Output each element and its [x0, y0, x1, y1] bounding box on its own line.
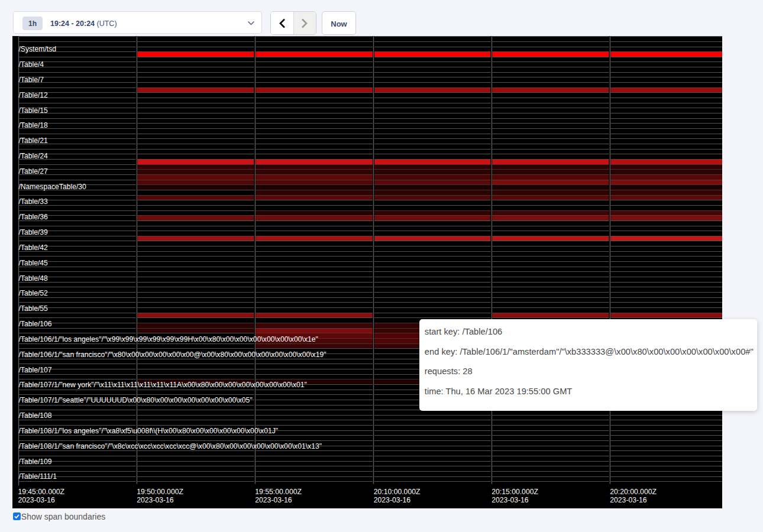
svg-text:/Table/107: /Table/107	[18, 365, 51, 374]
svg-text:2023-03-16: 2023-03-16	[255, 495, 292, 504]
svg-text:19:55:00.000Z: 19:55:00.000Z	[255, 487, 302, 495]
svg-text:/Table/12: /Table/12	[18, 90, 48, 99]
svg-text:/Table/111/1: /Table/111/1	[18, 472, 57, 481]
svg-text:/Table/106: /Table/106	[18, 320, 51, 328]
svg-text:/Table/42: /Table/42	[18, 244, 48, 252]
svg-text:/Table/39: /Table/39	[18, 228, 48, 236]
svg-text:20:10:00.000Z: 20:10:00.000Z	[374, 487, 421, 495]
svg-text:/Table/18: /Table/18	[18, 121, 48, 129]
svg-text:/Table/52: /Table/52	[18, 289, 48, 297]
svg-text:/Table/36: /Table/36	[18, 213, 48, 221]
svg-text:/Table/7: /Table/7	[18, 76, 44, 84]
svg-text:/Table/45: /Table/45	[18, 259, 48, 267]
svg-text:/Table/33: /Table/33	[18, 197, 48, 206]
svg-text:/Table/106/1/"san francisco"/": /Table/106/1/"san francisco"/"\x80\x00\x…	[18, 351, 326, 359]
svg-text:/System/tsd: /System/tsd	[18, 45, 56, 53]
svg-text:/Table/107/1/"new york"/"\x11\: /Table/107/1/"new york"/"\x11\x11\x11\x1…	[18, 381, 306, 389]
svg-text:/Table/55: /Table/55	[18, 304, 48, 313]
svg-text:/Table/108: /Table/108	[18, 411, 51, 420]
svg-text:/Table/21: /Table/21	[18, 137, 48, 145]
svg-text:20:15:00.000Z: 20:15:00.000Z	[492, 487, 538, 495]
svg-text:/Table/107/1/"seattle"/"UUUUUU: /Table/107/1/"seattle"/"UUUUUUD\x00\x80\…	[18, 396, 252, 404]
svg-text:2023-03-16: 2023-03-16	[492, 495, 529, 504]
svg-text:2023-03-16: 2023-03-16	[610, 495, 647, 504]
svg-text:2023-03-16: 2023-03-16	[374, 495, 411, 504]
svg-text:2023-03-16: 2023-03-16	[137, 495, 174, 504]
svg-text:/NamespaceTable/30: /NamespaceTable/30	[18, 182, 86, 190]
svg-text:/Table/4: /Table/4	[18, 60, 44, 69]
svg-text:/Table/106/1/"los angeles"/"\x: /Table/106/1/"los angeles"/"\x99\x99\x99…	[18, 335, 318, 343]
svg-text:/Table/15: /Table/15	[18, 106, 48, 114]
svg-text:19:50:00.000Z: 19:50:00.000Z	[137, 487, 183, 495]
svg-text:2023-03-16: 2023-03-16	[18, 495, 55, 504]
svg-text:/Table/108/1/"los angeles"/"\x: /Table/108/1/"los angeles"/"\xa8\xf5\u00…	[18, 427, 278, 435]
svg-text:/Table/48: /Table/48	[18, 274, 48, 282]
svg-text:/Table/108/1/"san francisco"/": /Table/108/1/"san francisco"/"\x8c\xcc\x…	[18, 442, 322, 450]
svg-text:/Table/109: /Table/109	[18, 457, 51, 465]
svg-text:/Table/27: /Table/27	[18, 167, 48, 176]
svg-text:19:45:00.000Z: 19:45:00.000Z	[18, 487, 64, 495]
svg-text:/Table/24: /Table/24	[18, 152, 48, 160]
svg-text:20:20:00.000Z: 20:20:00.000Z	[610, 487, 657, 495]
